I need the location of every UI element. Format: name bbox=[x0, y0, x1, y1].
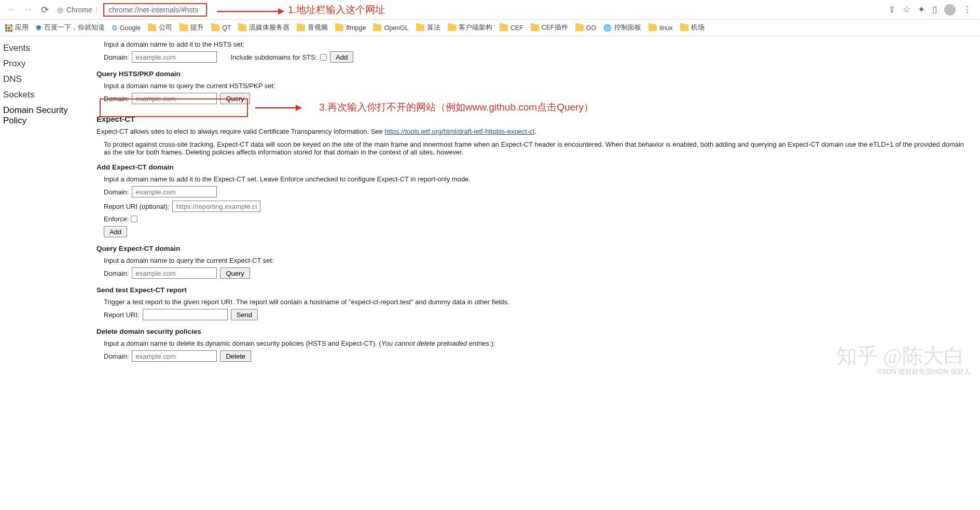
folder-icon bbox=[211, 24, 219, 31]
bookmark-ffmpge[interactable]: ffmpge bbox=[335, 24, 366, 32]
sidebar: Events Proxy DNS Sockets Domain Security… bbox=[0, 36, 96, 386]
bookmark-linux[interactable]: linux bbox=[648, 24, 673, 32]
delete-domain-input[interactable] bbox=[132, 350, 217, 362]
folder-icon bbox=[648, 24, 657, 31]
sidebar-item-events[interactable]: Events bbox=[0, 40, 96, 56]
extensions-icon[interactable]: ✦ bbox=[918, 4, 925, 15]
sidebar-item-sockets[interactable]: Sockets bbox=[0, 87, 96, 103]
add-hsts-button[interactable]: Add bbox=[330, 51, 353, 63]
bookmark-cefplugin[interactable]: CEF插件 bbox=[531, 23, 568, 32]
sidebar-item-dsp[interactable]: Domain Security Policy bbox=[0, 103, 96, 129]
folder-icon bbox=[238, 24, 246, 31]
add-hsts-domain-input[interactable] bbox=[132, 51, 217, 63]
query-ect-button[interactable]: Query bbox=[220, 267, 250, 279]
forward-icon[interactable]: → bbox=[21, 3, 35, 17]
annotation-1: 1.地址栏输入这个网址 bbox=[288, 3, 385, 17]
bookmark-company[interactable]: 公司 bbox=[148, 23, 172, 32]
reload-icon[interactable]: ⟳ bbox=[37, 3, 52, 17]
add-hsts-instr: Input a domain name to add it to the HST… bbox=[104, 40, 971, 48]
apps-icon bbox=[5, 24, 12, 32]
send-test-heading: Send test Expect-CT report bbox=[96, 286, 971, 294]
query-ect-instr: Input a domain name to query the current… bbox=[104, 257, 971, 264]
arrow-3 bbox=[255, 104, 302, 112]
domain-label: Domain: bbox=[104, 188, 129, 196]
bookmark-opengl[interactable]: OpenGL bbox=[373, 24, 408, 32]
bookmark-av[interactable]: 音视频 bbox=[297, 23, 328, 32]
delete-heading: Delete domain security policies bbox=[96, 328, 971, 335]
browser-toolbar: ← → ⟳ ◎ Chrome | chrome://net-internals/… bbox=[0, 0, 980, 20]
folder-icon bbox=[373, 24, 381, 31]
content-area: Input a domain name to add it to the HST… bbox=[96, 36, 980, 386]
add-ect-button[interactable]: Add bbox=[104, 226, 127, 237]
bookmark-qt[interactable]: QT bbox=[211, 24, 231, 32]
include-sub-label: Include subdomains for STS: bbox=[230, 53, 317, 61]
bookmark-improve[interactable]: 提升 bbox=[180, 23, 204, 32]
site-identity: ◎ Chrome | bbox=[57, 6, 97, 14]
delete-instr: Input a domain name to delete its dynami… bbox=[104, 339, 971, 347]
folder-icon bbox=[416, 24, 424, 31]
expect-ct-desc: Expect-CT allows sites to elect to alway… bbox=[96, 128, 971, 135]
domain-label: Domain: bbox=[104, 352, 129, 360]
query-ect-domain-input[interactable] bbox=[132, 267, 217, 279]
svg-marker-3 bbox=[296, 105, 302, 111]
folder-icon bbox=[335, 24, 343, 31]
star-icon[interactable]: ☆ bbox=[903, 4, 910, 15]
enforce-label: Enforce: bbox=[104, 215, 129, 223]
query-ect-heading: Query Expect-CT domain bbox=[96, 245, 971, 252]
globe-icon: 🌐 bbox=[603, 24, 612, 32]
folder-icon bbox=[180, 24, 188, 31]
sidebar-item-proxy[interactable]: Proxy bbox=[0, 56, 96, 72]
bookmark-algo[interactable]: 算法 bbox=[416, 23, 440, 32]
folder-icon bbox=[500, 24, 508, 31]
add-ect-heading: Add Expect-CT domain bbox=[96, 163, 971, 171]
bookmark-go[interactable]: GO bbox=[575, 24, 596, 32]
svg-marker-1 bbox=[278, 8, 284, 15]
sidepanel-icon[interactable]: ▯ bbox=[932, 4, 937, 15]
expect-ct-heading: Expect-CT bbox=[96, 115, 971, 123]
query-hsts-domain-input[interactable] bbox=[132, 93, 217, 104]
bookmark-baidu[interactable]: ✾百度一下，你就知道 bbox=[36, 23, 105, 32]
sidebar-item-dns[interactable]: DNS bbox=[0, 72, 96, 87]
profile-icon[interactable] bbox=[944, 4, 956, 16]
report-uri-label: Report URI (optional): bbox=[104, 203, 169, 210]
toolbar-right: ⇪ ☆ ✦ ▯ ⋮ bbox=[888, 4, 976, 16]
query-hsts-button[interactable]: Query bbox=[220, 93, 250, 104]
bookmark-arch[interactable]: 客户端架构 bbox=[448, 23, 492, 32]
query-hsts-heading: Query HSTS/PKP domain bbox=[96, 70, 971, 78]
expect-ct-link[interactable]: https://tools.ietf.org/html/draft-ietf-h… bbox=[384, 128, 534, 135]
baidu-icon: ✾ bbox=[36, 24, 42, 32]
google-icon: G bbox=[112, 24, 117, 32]
url-text: chrome://net-internals/#hsts bbox=[103, 3, 207, 17]
bookmark-google[interactable]: GGoogle bbox=[112, 24, 141, 32]
domain-label: Domain: bbox=[104, 270, 129, 277]
query-hsts-instr: Input a domain name to query the current… bbox=[104, 82, 971, 90]
send-button[interactable]: Send bbox=[231, 309, 258, 320]
folder-icon bbox=[531, 24, 539, 31]
domain-label: Domain: bbox=[104, 53, 129, 61]
domain-label: Domain: bbox=[104, 95, 129, 103]
send-test-instr: Trigger a test report to the given repor… bbox=[104, 298, 971, 306]
share-icon[interactable]: ⇪ bbox=[888, 4, 895, 15]
chrome-label: Chrome bbox=[66, 6, 92, 14]
report-uri-input[interactable] bbox=[172, 201, 260, 212]
include-sub-checkbox[interactable] bbox=[320, 54, 327, 61]
add-ect-domain-input[interactable] bbox=[132, 186, 217, 197]
menu-icon[interactable]: ⋮ bbox=[963, 4, 972, 15]
folder-icon bbox=[448, 24, 456, 31]
annotation-3: 3.再次输入你打不开的网站（例如www.github.com点击Query） bbox=[319, 101, 593, 114]
enforce-checkbox[interactable] bbox=[131, 216, 137, 222]
folder-icon bbox=[575, 24, 584, 31]
bookmark-cef[interactable]: CEF bbox=[500, 24, 523, 32]
folder-icon bbox=[297, 24, 305, 31]
expect-ct-note: To protect against cross-site tracking, … bbox=[104, 140, 971, 156]
folder-icon bbox=[680, 24, 688, 31]
bookmark-media[interactable]: 流媒体服务器 bbox=[238, 23, 289, 32]
delete-button[interactable]: Delete bbox=[220, 350, 251, 362]
bookmark-airport[interactable]: 机场 bbox=[680, 23, 705, 32]
bookmarks-bar: 应用 ✾百度一下，你就知道 GGoogle 公司 提升 QT 流媒体服务器 音视… bbox=[0, 20, 980, 36]
send-report-uri-input[interactable] bbox=[143, 309, 228, 320]
apps-button[interactable]: 应用 bbox=[5, 23, 29, 32]
bookmark-cpanel[interactable]: 🌐控制面板 bbox=[603, 23, 641, 32]
back-icon[interactable]: ← bbox=[4, 3, 19, 17]
report-uri2-label: Report URI: bbox=[104, 311, 140, 319]
